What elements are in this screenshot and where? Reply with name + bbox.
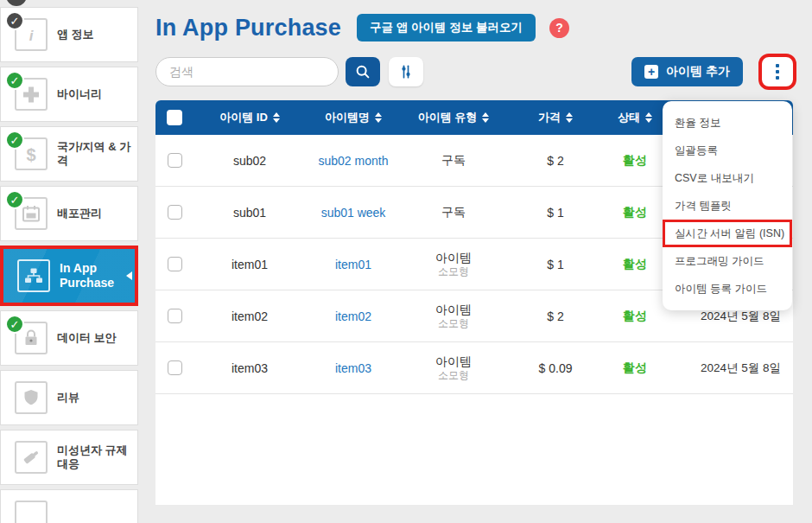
menu-item-0[interactable]: 환율 정보 — [663, 109, 792, 137]
sidebar-item-partial[interactable] — [0, 489, 138, 523]
check-badge-icon: ✓ — [5, 71, 24, 90]
page-title: In App Purchase — [155, 15, 341, 41]
sort-arrows-icon[interactable] — [566, 112, 573, 123]
menu-item-isn-highlighted[interactable]: 실시간 서버 알림 (ISN) — [663, 220, 792, 247]
item-date: 2024년 5월 8일 — [665, 360, 793, 376]
status-badge: 활성 — [623, 205, 647, 220]
shield-icon — [15, 381, 48, 414]
item-type-sub: 소모형 — [438, 369, 469, 381]
sort-arrows-icon[interactable] — [645, 112, 652, 123]
check-badge-icon: ✓ — [5, 131, 24, 150]
sidebar-item-gavel[interactable]: 미성년자 규제대응 — [0, 430, 138, 485]
row-checkbox[interactable] — [168, 360, 182, 375]
sidebar-item-calendar[interactable]: ✓배포관리 — [0, 186, 138, 241]
check-badge-icon: ✓ — [5, 11, 24, 30]
item-name-link[interactable]: sub02 month — [319, 154, 389, 168]
item-type-sub: 소모형 — [438, 317, 469, 329]
sidebar-item-price[interactable]: ✓$국가/지역 & 가격 — [0, 126, 138, 182]
sidebar-item-list: ✓i앱 정보✓바이너리✓$국가/지역 & 가격✓배포관리In App Purch… — [0, 7, 138, 523]
column-header-name[interactable]: 아이템명 — [306, 110, 401, 125]
column-header-status[interactable]: 상태 — [605, 110, 665, 125]
filter-button[interactable] — [389, 57, 423, 86]
sidebar-item-label: 배포관리 — [57, 207, 137, 220]
item-price: $ 2 — [506, 154, 605, 168]
item-type: 구독 — [401, 153, 506, 168]
item-id: item02 — [193, 309, 306, 323]
kebab-icon — [776, 64, 779, 67]
item-price: $ 0.09 — [506, 361, 605, 375]
item-type: 구독 — [401, 205, 506, 220]
select-all-cell — [155, 110, 193, 125]
item-id: sub01 — [193, 206, 306, 220]
blank-icon — [15, 501, 48, 523]
menu-item-2[interactable]: CSV로 내보내기 — [663, 164, 792, 192]
sidebar-item-label: 미성년자 규제대응 — [57, 443, 137, 472]
item-name-link[interactable]: sub01 week — [321, 206, 386, 220]
sidebar-item-label: 앱 정보 — [57, 28, 137, 41]
sidebar-item-label: In App Purchase — [60, 261, 135, 291]
status-badge: 활성 — [623, 257, 647, 272]
toolbar: + 아이템 추가 — [155, 56, 793, 87]
item-date: 2024년 5월 8일 — [665, 309, 793, 324]
google-import-button[interactable]: 구글 앱 아이템 정보 불러오기 — [357, 14, 536, 41]
sidebar-item-label: 데이터 보안 — [57, 331, 137, 345]
help-icon[interactable]: ? — [549, 18, 569, 38]
item-type-sub: 소모형 — [438, 265, 469, 277]
menu-item-5[interactable]: 프로그래밍 가이드 — [663, 247, 792, 275]
item-price: $ 2 — [506, 309, 605, 323]
menu-item-1[interactable]: 일괄등록 — [663, 137, 792, 164]
item-price: $ 1 — [506, 258, 605, 271]
add-item-button[interactable]: + 아이템 추가 — [631, 57, 743, 86]
select-all-checkbox[interactable] — [167, 110, 182, 125]
item-name-link[interactable]: item01 — [335, 258, 371, 271]
table-row: item03 item03 아이템 소모형 $ 0.09 활성 2024년 5월… — [155, 342, 793, 394]
svg-text:$: $ — [26, 145, 35, 164]
item-type: 아이템 소모형 — [401, 251, 506, 277]
sort-arrows-icon[interactable] — [482, 112, 489, 123]
sidebar: ✓i앱 정보✓바이너리✓$국가/지역 & 가격✓배포관리In App Purch… — [0, 0, 139, 523]
sidebar-item-label: 바이너리 — [57, 87, 137, 101]
sidebar-item-shield[interactable]: 리뷰 — [0, 370, 138, 425]
plus-icon: + — [644, 65, 658, 79]
item-id: item01 — [193, 258, 306, 271]
item-price: $ 1 — [506, 206, 605, 220]
svg-text:i: i — [29, 28, 35, 44]
sort-arrows-icon[interactable] — [273, 112, 280, 123]
filter-sliders-icon — [397, 63, 415, 80]
column-header-price[interactable]: 가격 — [506, 110, 605, 125]
sidebar-item-binary[interactable]: ✓바이너리 — [0, 67, 138, 122]
item-id: sub02 — [193, 154, 306, 168]
check-badge-icon: ✓ — [5, 315, 24, 334]
gavel-icon — [15, 441, 48, 474]
sidebar-item-label: 국가/지역 & 가격 — [57, 140, 137, 169]
row-checkbox[interactable] — [168, 205, 182, 220]
search-button[interactable] — [346, 57, 380, 86]
sidebar-item-lock[interactable]: ✓데이터 보안 — [0, 310, 138, 366]
column-header-id[interactable]: 아이템 ID — [193, 110, 306, 125]
item-name-link[interactable]: item02 — [335, 309, 371, 323]
page-header: In App Purchase 구글 앱 아이템 정보 불러오기 ? — [155, 12, 793, 43]
row-checkbox[interactable] — [168, 153, 182, 168]
item-type: 아이템 소모형 — [401, 303, 506, 329]
status-badge: 활성 — [623, 153, 647, 169]
row-checkbox[interactable] — [168, 257, 182, 271]
item-id: item03 — [193, 361, 306, 375]
item-type: 아이템 소모형 — [401, 354, 506, 381]
column-header-type[interactable]: 아이템 유형 — [401, 110, 506, 125]
status-badge: 활성 — [623, 309, 647, 324]
search-input[interactable] — [155, 57, 339, 86]
menu-item-6[interactable]: 아이템 등록 가이드 — [663, 275, 792, 303]
add-item-label: 아이템 추가 — [666, 64, 730, 80]
sidebar-item-label: 리뷰 — [57, 391, 137, 405]
sidebar-item-sitemap[interactable]: In App Purchase — [0, 246, 138, 306]
sort-arrows-icon[interactable] — [375, 112, 382, 123]
more-menu-dropdown: 환율 정보일괄등록CSV로 내보내기가격 템플릿실시간 서버 알림 (ISN)프… — [663, 101, 792, 310]
sidebar-item-app-info[interactable]: ✓i앱 정보 — [0, 7, 138, 62]
check-badge-icon: ✓ — [5, 190, 24, 209]
search-icon — [354, 63, 371, 80]
menu-item-3[interactable]: 가격 템플릿 — [663, 192, 792, 220]
item-name-link[interactable]: item03 — [335, 361, 371, 375]
more-menu-button[interactable] — [762, 57, 793, 86]
row-checkbox[interactable] — [168, 309, 182, 323]
scrolled-item-check-badge — [6, 0, 27, 6]
